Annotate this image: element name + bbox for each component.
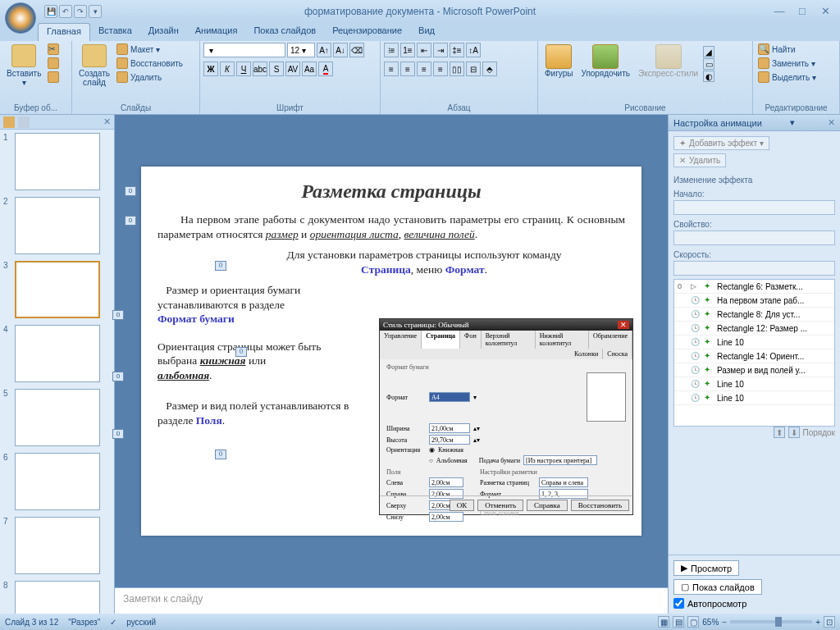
move-down-button[interactable]: ⬇ xyxy=(788,427,800,438)
add-effect-icon: ✦ xyxy=(679,139,686,148)
autopreview-checkbox[interactable]: Автопросмотр xyxy=(673,598,835,609)
slideshow-view-button[interactable]: ▢ xyxy=(687,616,699,628)
add-effect-button[interactable]: ✦Добавить эффект ▾ xyxy=(673,136,769,150)
slide-canvas[interactable]: 0 0 0 Разметка страницы На первом этапе … xyxy=(141,167,641,536)
align-text-button[interactable]: ⊟ xyxy=(466,62,481,76)
shadow-button[interactable]: S xyxy=(269,62,284,76)
thumbnail-slide-8[interactable]: 8 xyxy=(0,578,114,614)
indent-dec-button[interactable]: ⇤ xyxy=(417,43,431,57)
font-family-combo[interactable]: ▾ xyxy=(203,43,285,57)
animation-list-item[interactable]: 0▷✦Rectangle 6: Разметк... xyxy=(674,280,834,294)
align-left-button[interactable]: ≡ xyxy=(384,62,399,76)
tab-animation[interactable]: Анимация xyxy=(187,23,246,41)
clear-format-button[interactable]: ⌫ xyxy=(349,43,364,57)
layout-button[interactable]: Макет ▾ xyxy=(115,43,185,56)
effect-star-icon: ✦ xyxy=(704,365,714,375)
move-up-button[interactable]: ⬆ xyxy=(774,427,785,438)
office-button[interactable] xyxy=(5,2,36,34)
shape-fill-button[interactable]: ◢ xyxy=(703,46,714,57)
justify-button[interactable]: ≡ xyxy=(433,62,448,76)
spellcheck-icon[interactable]: ✓ xyxy=(110,618,116,627)
underline-button[interactable]: Ч xyxy=(236,62,251,76)
animation-list-item[interactable]: 🕓✦Line 10 xyxy=(674,391,834,405)
italic-button[interactable]: К xyxy=(220,62,235,76)
thumbnail-slide-3[interactable]: 3 xyxy=(0,258,114,322)
shapes-button[interactable]: Фигуры xyxy=(541,43,576,80)
paste-button[interactable]: Вставить▾ xyxy=(3,43,44,89)
sorter-view-button[interactable]: ▤ xyxy=(673,616,684,628)
copy-button[interactable] xyxy=(46,57,61,70)
spacing-button[interactable]: AV xyxy=(285,62,300,76)
line-spacing-button[interactable]: ‡≡ xyxy=(450,43,464,57)
align-right-button[interactable]: ≡ xyxy=(417,62,431,76)
animation-list-item[interactable]: 🕓✦Rectangle 8: Для уст... xyxy=(674,308,834,322)
tab-view[interactable]: Вид xyxy=(410,23,443,41)
case-button[interactable]: Aa xyxy=(302,62,317,76)
thumbnail-slide-2[interactable]: 2 xyxy=(0,194,114,258)
bold-button[interactable]: Ж xyxy=(203,62,218,76)
align-center-button[interactable]: ≡ xyxy=(400,62,415,76)
delete-slide-button[interactable]: Удалить xyxy=(115,71,185,84)
outline-tab-icon[interactable] xyxy=(18,116,30,128)
thumbnail-slide-1[interactable]: 1 xyxy=(0,130,114,194)
speed-combo[interactable] xyxy=(673,261,835,276)
shape-outline-button[interactable]: ▭ xyxy=(703,58,714,70)
tab-home[interactable]: Главная xyxy=(38,23,90,41)
tab-review[interactable]: Рецензирование xyxy=(324,23,410,41)
close-thumb-pane-icon[interactable]: ✕ xyxy=(103,116,111,127)
styles-icon xyxy=(655,44,682,69)
zoom-in-button[interactable]: + xyxy=(815,618,820,627)
zoom-out-button[interactable]: − xyxy=(722,618,727,627)
thumbnail-slide-5[interactable]: 5 xyxy=(0,386,114,450)
numbering-button[interactable]: 1≡ xyxy=(400,43,415,57)
animation-list-item[interactable]: 🕓✦Rectangle 12: Размер ... xyxy=(674,322,834,336)
shrink-font-button[interactable]: A↓ xyxy=(333,43,348,57)
normal-view-button[interactable]: ▦ xyxy=(658,616,669,628)
anim-pane-menu-icon[interactable]: ▾ xyxy=(790,117,795,128)
font-color-button[interactable]: A xyxy=(318,62,333,76)
thumbnail-slide-4[interactable]: 4 xyxy=(0,322,114,386)
columns-button[interactable]: ▯▯ xyxy=(450,62,464,76)
quick-styles-button[interactable]: Экспресс-стили xyxy=(635,43,701,80)
reset-button[interactable]: Восстановить xyxy=(115,57,185,70)
zoom-slider[interactable] xyxy=(730,620,812,623)
replace-button[interactable]: Заменить ▾ xyxy=(756,57,818,70)
new-slide-button[interactable]: Создать слайд xyxy=(75,43,113,89)
remove-effect-button[interactable]: ✕Удалить xyxy=(673,153,726,167)
slideshow-button[interactable]: ▢Показ слайдов xyxy=(673,579,762,595)
arrange-button[interactable]: Упорядочить xyxy=(578,43,633,80)
tab-slideshow[interactable]: Показ слайдов xyxy=(245,23,324,41)
animation-list-item[interactable]: 🕓✦Размер и вид полей у... xyxy=(674,363,834,377)
find-button[interactable]: 🔍Найти xyxy=(756,43,818,56)
format-painter-button[interactable] xyxy=(46,71,61,84)
cut-button[interactable]: ✂ xyxy=(46,43,61,56)
animation-list-item[interactable]: 🕓✦Line 10 xyxy=(674,377,834,391)
notes-pane[interactable]: Заметки к слайду xyxy=(115,587,668,614)
language-indicator[interactable]: русский xyxy=(126,618,156,627)
indent-inc-button[interactable]: ⇥ xyxy=(433,43,448,57)
tab-design[interactable]: Дизайн xyxy=(140,23,187,41)
grow-font-button[interactable]: A↑ xyxy=(317,43,331,57)
copy-icon xyxy=(48,57,59,69)
strike-button[interactable]: abc xyxy=(253,62,267,76)
animation-list-item[interactable]: 🕓✦На первом этапе раб... xyxy=(674,294,834,308)
select-button[interactable]: Выделить ▾ xyxy=(756,71,818,84)
animation-list-item[interactable]: 🕓✦Line 10 xyxy=(674,336,834,349)
thumbnail-slide-7[interactable]: 7 xyxy=(0,514,114,578)
speed-label: Скорость: xyxy=(673,250,835,259)
fit-window-button[interactable]: ⊡ xyxy=(824,616,835,628)
bullets-button[interactable]: ⁝≡ xyxy=(384,43,399,57)
thumbnail-slide-6[interactable]: 6 xyxy=(0,450,114,514)
animation-list-item[interactable]: 🕓✦Rectangle 14: Ориент... xyxy=(674,349,834,363)
close-anim-pane-icon[interactable]: ✕ xyxy=(828,117,835,128)
start-combo[interactable] xyxy=(673,200,835,215)
font-size-combo[interactable]: 12 ▾ xyxy=(287,43,315,57)
preview-button[interactable]: ▶Просмотр xyxy=(673,560,739,576)
smartart-button[interactable]: ⬘ xyxy=(482,62,497,76)
text-direction-button[interactable]: ↕A xyxy=(466,43,481,57)
tab-insert[interactable]: Вставка xyxy=(90,23,140,41)
property-combo[interactable] xyxy=(673,231,835,245)
shape-effects-button[interactable]: ◐ xyxy=(703,71,714,82)
zoom-level[interactable]: 65% xyxy=(702,618,719,627)
slides-tab-icon[interactable] xyxy=(3,116,15,128)
